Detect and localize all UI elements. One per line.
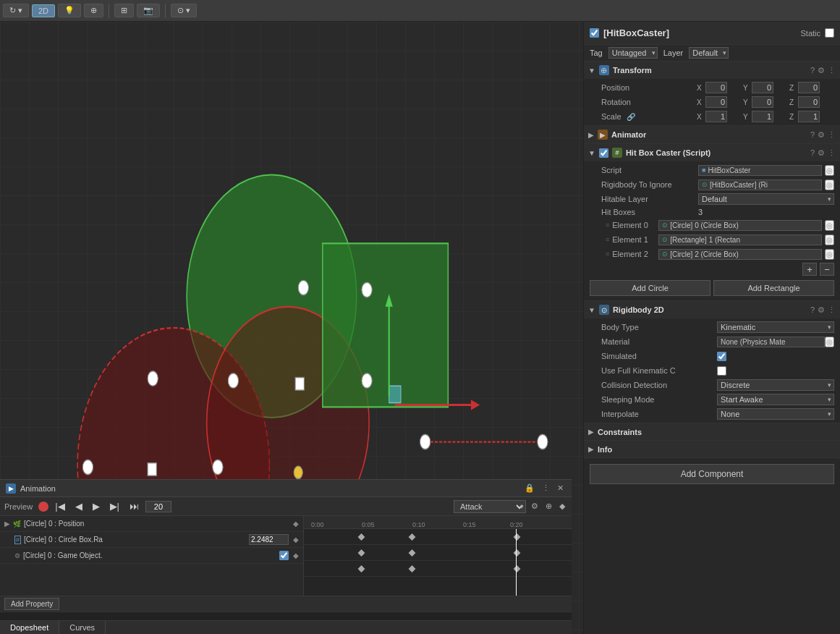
track-diamond-3[interactable]: ◆ bbox=[293, 551, 299, 559]
rigidbody2d-header[interactable]: ▼ ⊙ Rigidbody 2D ? ⚙ ⋮ bbox=[584, 301, 840, 318]
hitbox-ref-value-0: [Circle] 0 (Circle Box) bbox=[670, 221, 738, 229]
track-expand-1[interactable]: ▶ bbox=[4, 520, 10, 528]
rotate-tool-btn[interactable]: ↻ ▾ bbox=[3, 4, 29, 17]
gizmos-btn[interactable]: ⊙ ▾ bbox=[171, 4, 197, 17]
track-diamond-2[interactable]: ◆ bbox=[293, 536, 299, 544]
rot-x-input[interactable]: 0 bbox=[705, 96, 727, 108]
track-diamond-1[interactable]: ◆ bbox=[293, 520, 299, 528]
rot-y-input[interactable]: 0 bbox=[752, 96, 773, 108]
interpolate-select[interactable]: None bbox=[717, 408, 834, 420]
body-type-select[interactable]: Kinematic bbox=[717, 321, 834, 333]
position-x-field: X 0 bbox=[697, 82, 742, 93]
anim-close-btn[interactable]: ✕ bbox=[555, 483, 566, 494]
collision-detection-select[interactable]: Discrete bbox=[717, 379, 834, 391]
transform-menu-icon[interactable]: ⋮ bbox=[828, 66, 836, 75]
scale-y-input[interactable]: 1 bbox=[752, 111, 773, 122]
sleeping-mode-row: Sleeping Mode Start Awake bbox=[584, 392, 840, 407]
clip-select-wrap: Attack bbox=[454, 500, 526, 513]
add-component-button[interactable]: Add Component bbox=[590, 464, 834, 484]
add-circle-btn[interactable]: Add Circle bbox=[590, 280, 710, 296]
toolbar-sep-2 bbox=[165, 4, 166, 18]
layers-icon: ⊞ bbox=[121, 6, 127, 15]
transform-header[interactable]: ▼ ⊕ Transform ? ⚙ ⋮ bbox=[584, 62, 840, 79]
handle-1 bbox=[298, 280, 308, 295]
animator-menu-icon[interactable]: ⋮ bbox=[828, 130, 836, 140]
pos-y-input[interactable]: 0 bbox=[752, 82, 773, 93]
pos-z-input[interactable]: 0 bbox=[798, 82, 820, 93]
transform-settings-icon[interactable]: ⚙ bbox=[818, 66, 825, 75]
tab-curves[interactable]: Curves bbox=[59, 621, 106, 634]
hitbox-add-btn[interactable]: + bbox=[802, 263, 817, 276]
scale-x-input[interactable]: 1 bbox=[705, 111, 727, 122]
kf-diamond-1 bbox=[358, 533, 365, 541]
play-btn[interactable]: ▶ bbox=[89, 499, 103, 513]
static-checkbox[interactable] bbox=[825, 28, 834, 38]
hitable-layer-select[interactable]: Default bbox=[698, 193, 834, 205]
rigidbody2d-help-icon[interactable]: ? bbox=[810, 305, 815, 315]
simulated-checkbox[interactable] bbox=[717, 352, 726, 361]
sleeping-mode-select[interactable]: Start Awake bbox=[717, 394, 834, 405]
rigidbody-ignore-label: Rigidbody To Ignore bbox=[601, 180, 695, 189]
anim-key-btn[interactable]: ◆ bbox=[557, 501, 567, 512]
animator-header[interactable]: ▶ ▶ Animator ? ⚙ ⋮ bbox=[584, 126, 840, 143]
sleeping-mode-value: Start Awake bbox=[717, 394, 834, 405]
position-row: Position X 0 Y 0 Z 0 bbox=[584, 80, 840, 95]
hitboxcaster-active-checkbox[interactable] bbox=[599, 148, 608, 158]
anim-more-btn[interactable]: ⋮ bbox=[540, 483, 552, 494]
2d-mode-btn[interactable]: 2D bbox=[32, 4, 55, 17]
scene-view[interactable]: ▶ Animation 🔒 ⋮ ✕ Preview |◀ ◀ ▶ ▶| ⏭ 20 bbox=[0, 22, 583, 634]
add-rectangle-btn[interactable]: Add Rectangle bbox=[713, 280, 834, 296]
layer-select[interactable]: Default bbox=[689, 47, 729, 59]
body-type-value: Kinematic bbox=[717, 321, 834, 333]
rotation-fields: X 0 Y 0 Z 0 bbox=[697, 96, 834, 108]
camera-btn[interactable]: 📷 bbox=[137, 4, 160, 17]
layers-btn[interactable]: ⊞ bbox=[114, 4, 134, 17]
step-forward-btn[interactable]: ▶| bbox=[106, 499, 123, 513]
hitboxcaster-settings-icon[interactable]: ⚙ bbox=[818, 148, 825, 158]
track-check-3[interactable] bbox=[279, 551, 289, 560]
transform-icons-right: ? ⚙ ⋮ bbox=[810, 66, 836, 75]
anim-curve-btn[interactable]: ⊕ bbox=[543, 501, 554, 512]
pos-x-input[interactable]: 0 bbox=[705, 82, 727, 93]
clip-select[interactable]: Attack bbox=[454, 500, 526, 513]
scale-z-letter: Z bbox=[789, 113, 797, 121]
rigidbody2d-menu-icon[interactable]: ⋮ bbox=[828, 305, 836, 315]
scale-z-input[interactable]: 1 bbox=[798, 111, 820, 122]
hitboxcaster-help-icon[interactable]: ? bbox=[810, 148, 815, 158]
anim-scrollbar[interactable] bbox=[0, 612, 572, 620]
track-value-input[interactable]: 2.2482 bbox=[249, 534, 289, 545]
hitboxcaster-header[interactable]: ▼ # Hit Box Caster (Script) ? ⚙ ⋮ bbox=[584, 144, 840, 161]
rigidbody-ignore-target-btn[interactable]: ◎ bbox=[825, 179, 834, 190]
hitbox-target-2[interactable]: ◎ bbox=[825, 249, 834, 260]
hitboxcaster-menu-icon[interactable]: ⋮ bbox=[828, 148, 836, 158]
handle-r1 bbox=[420, 434, 430, 449]
rigidbody2d-settings-icon[interactable]: ⚙ bbox=[818, 305, 825, 315]
hitbox-target-0[interactable]: ◎ bbox=[825, 220, 834, 231]
animator-settings-icon[interactable]: ⚙ bbox=[818, 130, 825, 140]
step-back-btn[interactable]: ◀ bbox=[72, 499, 86, 513]
hitbox-remove-btn[interactable]: − bbox=[820, 263, 834, 276]
fullkinematic-checkbox[interactable] bbox=[717, 366, 726, 376]
script-target-btn[interactable]: ◎ bbox=[825, 165, 834, 176]
info-section[interactable]: ▶ Info bbox=[584, 441, 840, 458]
hitbox-target-1[interactable]: ◎ bbox=[825, 234, 834, 245]
pivot-btn[interactable]: ⊕ bbox=[84, 4, 103, 17]
material-target-btn[interactable]: ◎ bbox=[825, 337, 834, 347]
frame-number-input[interactable]: 20 bbox=[145, 501, 171, 512]
anim-timeline: ▶ 🌿 [Circle] 0 : Position ◆ # [Circle] 0… bbox=[0, 516, 572, 596]
record-button[interactable] bbox=[38, 502, 48, 512]
anim-lock-btn[interactable]: 🔒 bbox=[522, 483, 537, 494]
constraints-section[interactable]: ▶ Constraints bbox=[584, 423, 840, 441]
tab-dopesheet[interactable]: Dopesheet bbox=[0, 621, 59, 634]
animator-help-icon[interactable]: ? bbox=[810, 130, 815, 140]
prev-keyframe-btn[interactable]: |◀ bbox=[51, 499, 68, 513]
rotate-icon: ↻ bbox=[9, 6, 16, 15]
gameobject-active-checkbox[interactable] bbox=[590, 28, 599, 38]
tag-select[interactable]: Untagged bbox=[608, 47, 658, 59]
next-keyframe-btn[interactable]: ⏭ bbox=[126, 499, 143, 513]
rot-z-input[interactable]: 0 bbox=[798, 96, 820, 108]
transform-help-icon[interactable]: ? bbox=[810, 66, 815, 75]
add-property-btn[interactable]: Add Property bbox=[4, 598, 59, 610]
anim-settings-btn[interactable]: ⚙ bbox=[529, 501, 540, 512]
light-btn[interactable]: 💡 bbox=[58, 4, 81, 17]
